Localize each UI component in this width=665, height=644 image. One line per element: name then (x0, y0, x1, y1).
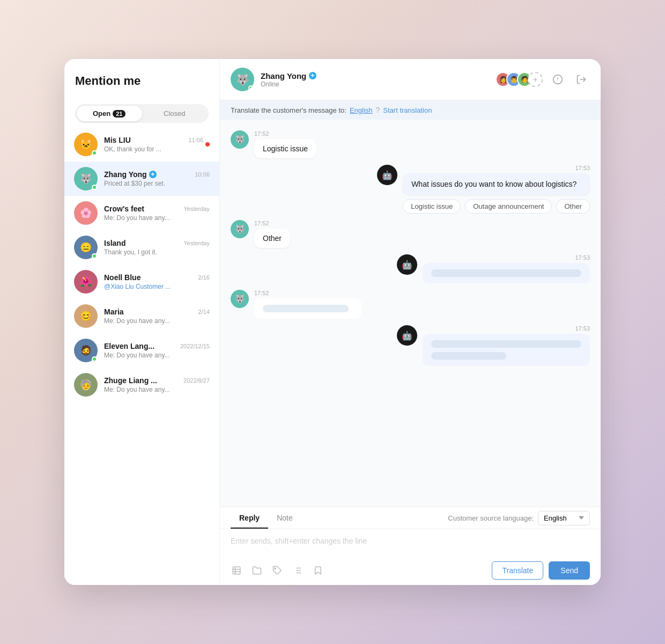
contact-preview: Me: Do you have any... (104, 352, 210, 359)
contact-top: Island Yesterday (104, 239, 210, 247)
online-dot (92, 150, 97, 156)
contact-name: Crow's feet (104, 204, 144, 213)
contact-preview: Me: Do you have any... (104, 214, 210, 222)
tag-icon[interactable] (271, 565, 283, 576)
reply-input-placeholder[interactable]: Enter sends, shift+enter changes the lin… (220, 529, 601, 556)
message-row-m5: 🐺 17:52 (231, 290, 590, 319)
agent-avatars: 👩 👨 🧑 + (496, 72, 543, 87)
reply-tabs: Reply Note Customer source language: Eng… (220, 507, 601, 529)
online-dot (92, 185, 97, 190)
contact-name: Zhuge Liang ... (104, 376, 157, 385)
skeleton-line (431, 269, 581, 277)
bookmark-icon[interactable] (312, 565, 324, 576)
msg-content: 17:52 Logistic issue (254, 130, 316, 158)
avatar-wrap: 🧓 (74, 373, 98, 397)
contact-info: Noell Blue 2/16 @Xiao Liu Customer ... (104, 273, 210, 290)
lang-select[interactable]: EnglishChineseJapaneseSpanishFrench (538, 511, 590, 525)
sidebar-header: Mention me (64, 59, 219, 97)
contact-item-zhuge-liang[interactable]: 🧓 Zhuge Liang ... 2022/8/27 Me: Do you h… (64, 368, 219, 402)
tab-open-label: Open (93, 109, 110, 118)
contact-time: 2022/8/27 (183, 377, 210, 384)
contact-name: Island (104, 239, 125, 247)
avatar: 😊 (74, 304, 98, 328)
msg-content: 17:53 (423, 254, 590, 283)
skeleton-line (431, 340, 581, 348)
bot-avatar: 🤖 (397, 254, 417, 275)
contact-item-island[interactable]: 😑 Island Yesterday Thank you, I got it. (64, 230, 219, 265)
message-row-m6: 17:53 🤖 (231, 325, 590, 366)
quick-reply[interactable]: Outage announcement (465, 199, 552, 214)
help-icon[interactable]: ? (376, 106, 380, 114)
contact-time: 2022/12/15 (180, 343, 210, 349)
send-button[interactable]: Send (549, 561, 590, 580)
contact-name: Mis LIU (104, 136, 131, 144)
contact-item-mis-liu[interactable]: 🐱 Mis LIU 11:06 OK, thank you for ... (64, 127, 219, 162)
msg-time: 17:53 (423, 254, 590, 261)
tab-open[interactable]: Open 21 (77, 106, 142, 121)
app-container: Mention me Open 21 Closed 🐱 Mis LIU (64, 59, 601, 585)
tab-closed[interactable]: Closed (142, 106, 208, 121)
lang-label: Customer source language: (448, 514, 534, 522)
avatar-wrap: 😊 (74, 304, 98, 328)
list-icon[interactable] (292, 565, 304, 576)
contact-info: Island Yesterday Thank you, I got it. (104, 239, 210, 256)
online-dot (92, 253, 97, 259)
translate-lang-link[interactable]: English (350, 106, 373, 114)
contact-name: Maria (104, 308, 124, 316)
toolbar-actions: Translate Send (492, 561, 590, 580)
msg-time: 17:53 (423, 325, 590, 332)
avatar-wrap: 🌺 (74, 270, 98, 294)
skeleton-line (431, 352, 506, 360)
contact-info: Mis LIU 11:06 OK, thank you for ... (104, 136, 203, 153)
header-actions: 👩 👨 🧑 + (496, 71, 590, 88)
contact-preview: Thank you, I got it. (104, 248, 210, 256)
contact-time: Yesterday (183, 240, 210, 246)
msg-content: 17:52 Other (254, 220, 290, 248)
tab-note[interactable]: Note (268, 507, 301, 529)
bot-avatar: 🤖 (377, 165, 397, 185)
quick-reply[interactable]: Other (556, 199, 590, 214)
header-status: Online (261, 80, 489, 88)
msg-time: 17:52 (254, 290, 361, 296)
unread-dot (205, 142, 210, 147)
avatar: 🧓 (74, 373, 98, 397)
contact-preview: Priced at $30 per set. (104, 180, 210, 187)
leave-button[interactable] (573, 71, 590, 88)
contact-item-noell-blue[interactable]: 🌺 Noell Blue 2/16 @Xiao Liu Customer ... (64, 265, 219, 299)
chat-area: 🐺 Zhang Yong ✈ Online 👩 👨 🧑 + (220, 59, 601, 585)
msg-content: 17:53 What issues do you want to know ab… (403, 165, 590, 214)
online-indicator (248, 85, 254, 91)
mute-button[interactable] (549, 71, 566, 88)
translate-button[interactable]: Translate (492, 561, 543, 580)
contact-preview: @Xiao Liu Customer ... (104, 283, 210, 290)
avatar-wrap: 😑 (74, 236, 98, 259)
contact-top: Zhuge Liang ... 2022/8/27 (104, 376, 210, 385)
telegram-icon: ✈ (149, 171, 157, 178)
contact-list: 🐱 Mis LIU 11:06 OK, thank you for ... 🐺 … (64, 123, 219, 585)
start-translation-link[interactable]: Start translation (383, 106, 432, 114)
message-row-m1: 🐺 17:52 Logistic issue (231, 130, 590, 158)
sidebar: Mention me Open 21 Closed 🐱 Mis LIU (64, 59, 220, 585)
avatar: 🌸 (74, 201, 98, 225)
contact-time: 10:06 (195, 171, 210, 178)
avatar-wrap: 🧔 (74, 339, 98, 362)
contact-item-maria[interactable]: 😊 Maria 2/14 Me: Do you have any... (64, 299, 219, 333)
contact-item-crows-feet[interactable]: 🌸 Crow's feet Yesterday Me: Do you have … (64, 196, 219, 230)
lang-selector: Customer source language: EnglishChinese… (448, 511, 590, 525)
tab-reply[interactable]: Reply (231, 507, 268, 529)
contact-top: Zhang Yong ✈ 10:06 (104, 170, 210, 179)
add-agent-button[interactable]: + (528, 72, 543, 87)
translate-banner-text: Translate the customer's message to: (231, 106, 346, 114)
contact-item-zhang-yong[interactable]: 🐺 Zhang Yong ✈ 10:06 Priced at $30 per s… (64, 162, 219, 196)
bot-bubble: What issues do you want to know about lo… (403, 173, 590, 195)
message-row-m4: 17:53 🤖 (231, 254, 590, 283)
messages-area: 🐺 17:52 Logistic issue 17:53 What issues… (220, 120, 601, 507)
avatar-wrap: 🐱 (74, 133, 98, 156)
msg-bubble: Logistic issue (254, 139, 316, 158)
folder-icon[interactable] (251, 565, 263, 576)
table-icon[interactable] (231, 565, 242, 576)
contact-item-eleven-lang[interactable]: 🧔 Eleven Lang... 2022/12/15 Me: Do you h… (64, 333, 219, 368)
contact-top: Eleven Lang... 2022/12/15 (104, 342, 210, 350)
quick-reply[interactable]: Logistic issue (403, 199, 461, 214)
msg-avatar: 🐺 (231, 290, 249, 308)
